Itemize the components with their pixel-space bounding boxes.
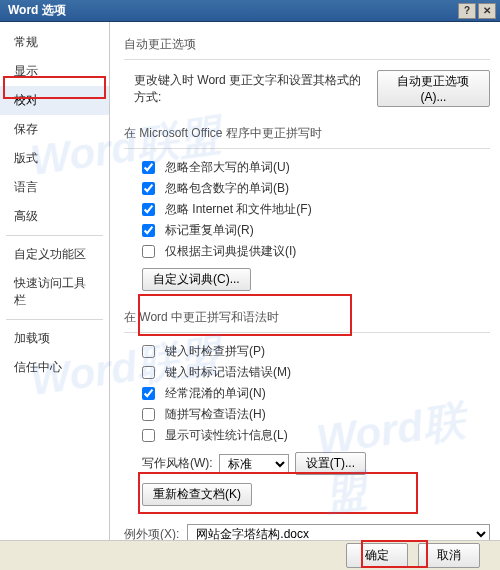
recheck-document-button[interactable]: 重新检查文档(K) [142, 483, 252, 506]
lbl-mark-grammar[interactable]: 键入时标记语法错误(M) [165, 364, 291, 381]
section-office-title: 在 Microsoft Office 程序中更正拼写时 [124, 119, 490, 149]
window-title: Word 选项 [8, 2, 66, 19]
sidebar-divider [6, 235, 103, 236]
lbl-flag-repeated[interactable]: 标记重复单词(R) [165, 222, 254, 239]
exceptions-doc-select[interactable]: 网站金字塔结构.docx [187, 524, 490, 540]
lbl-check-spelling[interactable]: 键入时检查拼写(P) [165, 343, 265, 360]
chk-grammar-with-spell[interactable] [142, 408, 155, 421]
dialog-footer: 确定 取消 [0, 540, 500, 570]
custom-dictionaries-button[interactable]: 自定义词典(C)... [142, 268, 251, 291]
exceptions-label: 例外项(X): [124, 526, 179, 541]
settings-button[interactable]: 设置(T)... [295, 452, 366, 475]
sidebar-item-trust-center[interactable]: 信任中心 [0, 353, 109, 382]
chk-confused-words[interactable] [142, 387, 155, 400]
close-button[interactable]: ✕ [478, 3, 496, 19]
lbl-ignore-uppercase[interactable]: 忽略全部大写的单词(U) [165, 159, 290, 176]
sidebar-item-proofing[interactable]: 校对 [0, 86, 109, 115]
main-panel: 自动更正选项 更改键入时 Word 更正文字和设置其格式的方式: 自动更正选项(… [110, 22, 500, 540]
section-word-title: 在 Word 中更正拼写和语法时 [124, 303, 490, 333]
sidebar-item-customize-ribbon[interactable]: 自定义功能区 [0, 240, 109, 269]
sidebar-item-display[interactable]: 显示 [0, 57, 109, 86]
chk-ignore-numbers[interactable] [142, 182, 155, 195]
chk-flag-repeated[interactable] [142, 224, 155, 237]
sidebar-item-save[interactable]: 保存 [0, 115, 109, 144]
sidebar: 常规 显示 校对 保存 版式 语言 高级 自定义功能区 快速访问工具栏 加载项 … [0, 22, 110, 540]
sidebar-item-qat[interactable]: 快速访问工具栏 [0, 269, 109, 315]
chk-check-spelling[interactable] [142, 345, 155, 358]
sidebar-item-general[interactable]: 常规 [0, 28, 109, 57]
sidebar-item-addins[interactable]: 加载项 [0, 324, 109, 353]
chk-readability[interactable] [142, 429, 155, 442]
lbl-main-dict-only[interactable]: 仅根据主词典提供建议(I) [165, 243, 296, 260]
chk-ignore-internet[interactable] [142, 203, 155, 216]
ok-button[interactable]: 确定 [346, 543, 408, 568]
help-button[interactable]: ? [458, 3, 476, 19]
chk-main-dict-only[interactable] [142, 245, 155, 258]
autocorrect-options-button[interactable]: 自动更正选项(A)... [377, 70, 490, 107]
chk-mark-grammar[interactable] [142, 366, 155, 379]
lbl-grammar-with-spell[interactable]: 随拼写检查语法(H) [165, 406, 266, 423]
title-bar: Word 选项 ? ✕ [0, 0, 500, 22]
lbl-readability[interactable]: 显示可读性统计信息(L) [165, 427, 288, 444]
section-autocorrect-title: 自动更正选项 [124, 30, 490, 60]
writing-style-label: 写作风格(W): [142, 455, 213, 472]
lbl-ignore-internet[interactable]: 忽略 Internet 和文件地址(F) [165, 201, 312, 218]
lbl-ignore-numbers[interactable]: 忽略包含数字的单词(B) [165, 180, 289, 197]
lbl-confused-words[interactable]: 经常混淆的单词(N) [165, 385, 266, 402]
writing-style-select[interactable]: 标准 [219, 454, 289, 474]
sidebar-item-language[interactable]: 语言 [0, 173, 109, 202]
autocorrect-desc: 更改键入时 Word 更正文字和设置其格式的方式: [134, 72, 371, 106]
cancel-button[interactable]: 取消 [418, 543, 480, 568]
sidebar-item-advanced[interactable]: 高级 [0, 202, 109, 231]
chk-ignore-uppercase[interactable] [142, 161, 155, 174]
window-controls: ? ✕ [458, 3, 496, 19]
sidebar-item-layout[interactable]: 版式 [0, 144, 109, 173]
section-exceptions: 例外项(X): 网站金字塔结构.docx [124, 518, 490, 540]
sidebar-divider [6, 319, 103, 320]
